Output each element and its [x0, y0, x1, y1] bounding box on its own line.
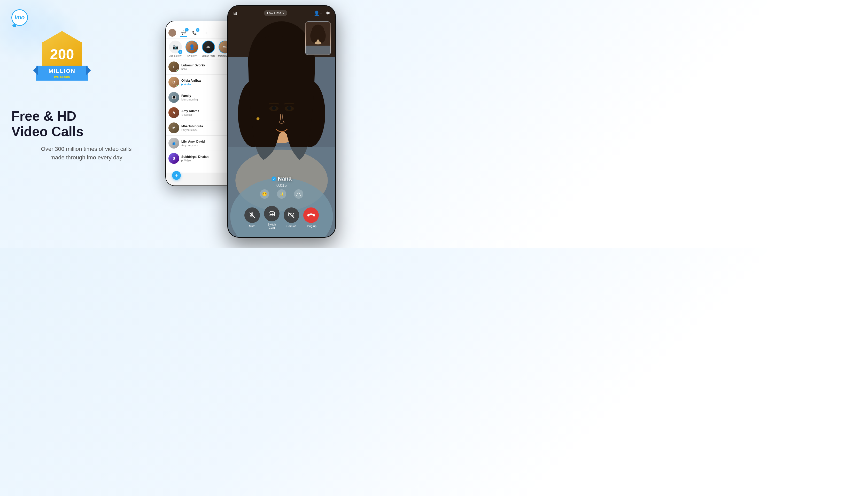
hang-up-button[interactable]: Hang up [303, 207, 319, 228]
story-add-label: Add a Story [168, 55, 182, 57]
avatar: O [168, 77, 179, 88]
top-bar-left: ⊞ [233, 10, 237, 16]
mute-label: Mute [249, 224, 255, 228]
mute-button[interactable]: Mute [244, 207, 260, 228]
chat-preview: I'm yours.mp3 [181, 129, 234, 131]
avatar: L [168, 61, 179, 72]
avatar: 👨‍👩‍👦 [168, 92, 179, 103]
logo-area: imo [11, 9, 28, 26]
chat-info: Lubomír Dvořák hello [181, 64, 234, 71]
bluetooth-icon[interactable]: ✱ [326, 10, 330, 16]
chat-info: Mbe Tshinguta I'm yours.mp3 [181, 125, 234, 131]
grid-icon[interactable]: ⊞ [233, 10, 237, 16]
switch-cam-icon [268, 210, 275, 217]
online-indicator [176, 69, 179, 72]
badge-million: MILLION [39, 68, 85, 74]
call-name-text: Nana [278, 175, 292, 182]
phone2-body: ⊞ Low Data ∨ 👤+ ✱ [227, 5, 336, 238]
compose-button[interactable]: + [172, 171, 181, 180]
add-person-icon[interactable]: 👤+ [314, 10, 322, 16]
online-indicator [176, 85, 179, 87]
preview-text: Video [184, 159, 191, 162]
svg-point-17 [310, 29, 318, 43]
video-icon: ▶ [181, 159, 183, 162]
chat-info: Amy Adams ⊙ Sticker [181, 109, 234, 116]
logo-bubble [12, 24, 16, 27]
chat-info: Lily, Amy, David Amy: very nice [181, 140, 234, 147]
chat-preview: Mom: morning [181, 98, 234, 101]
top-bar-right: 👤+ ✱ [314, 10, 330, 16]
svg-rect-19 [306, 46, 330, 55]
svg-point-12 [257, 117, 260, 120]
audio-icon: ▶ [181, 83, 183, 86]
tab-calls[interactable]: 📞 9 [191, 29, 198, 36]
call-person-name: ✓ Nana [272, 175, 292, 182]
low-data-label: Low Data [267, 11, 281, 15]
mute-btn-circle [244, 207, 260, 223]
chat-name: Mbe Tshinguta [181, 125, 234, 128]
chevron-down-icon: ∨ [282, 12, 284, 14]
chat-info: Sukhbirpal Dhalan ▶ Video [181, 155, 234, 162]
badge-subtitle: IMO UESRS [39, 75, 85, 79]
chat-name: Lily, Amy, David [181, 140, 234, 143]
story-add-item[interactable]: 📷 + Add a Story [168, 41, 182, 57]
chat-name: Sukhbirpal Dhalan [181, 155, 234, 159]
hang-up-icon [307, 212, 315, 219]
subtext: Over 300 million times of video callsmad… [11, 145, 161, 162]
call-info-overlay: ✓ Nana 00:15 [228, 175, 335, 188]
story-my-label: My Story [185, 55, 199, 57]
call-duration: 00:15 [276, 183, 287, 188]
chat-preview: Amy: very nice [181, 144, 234, 147]
plus-icon: + [175, 173, 178, 179]
chat-name: Olivia Arribas [181, 79, 234, 82]
headline-line1: Free & HD [11, 108, 161, 124]
chat-info: Family Mom: morning [181, 94, 234, 101]
avatar: 👥 [168, 138, 179, 149]
effects-icon[interactable]: ✨ [277, 189, 286, 199]
chat-preview: ▶ Video [181, 159, 234, 162]
cam-off-button[interactable]: Cam off [284, 207, 299, 228]
chat-preview: hello [181, 68, 234, 71]
tab-avatar[interactable] [168, 29, 176, 37]
mute-icon [249, 212, 255, 218]
story-my-face: 👤 [186, 41, 198, 53]
logo-text: imo [14, 14, 25, 21]
chat-preview: ▶ Audio [181, 83, 234, 86]
story-jordan-label: Jordan Ntolo [202, 55, 215, 57]
chat-preview: ⊙ Sticker [181, 113, 234, 116]
story-my-avatar: 👤 [185, 41, 198, 53]
story-jordan-face: JN [203, 41, 214, 53]
headline-line2: Video Calls [11, 124, 161, 140]
svg-point-18 [318, 29, 326, 43]
badge-number: 200 [50, 47, 74, 61]
switch-cam-label: SwitchCam [268, 223, 276, 229]
top-bar-center[interactable]: Low Data ∨ [264, 10, 287, 16]
main-text-area: Free & HD Video Calls Over 300 million t… [11, 108, 161, 162]
switch-cam-btn-circle [264, 206, 280, 221]
tab-badge-calls: 9 [196, 28, 199, 32]
slash-icon[interactable]: ╱╲ [294, 189, 303, 199]
svg-point-11 [287, 106, 291, 110]
chat-name: Amy Adams [181, 109, 234, 113]
cam-off-label: Cam off [286, 224, 296, 228]
pip-self-view[interactable] [305, 21, 331, 55]
story-jordan-avatar: JN [202, 41, 215, 53]
pip-video-feed [306, 22, 330, 55]
logo-circle: imo [11, 9, 28, 26]
emoji-icon[interactable]: 😊 [260, 189, 269, 199]
tab-more[interactable]: ⊞ [202, 29, 209, 36]
hang-up-label: Hang up [306, 224, 316, 228]
switch-cam-button[interactable]: SwitchCam [264, 206, 280, 229]
story-my-story[interactable]: 👤 My Story [185, 41, 199, 57]
phone2-screen: ⊞ Low Data ∨ 👤+ ✱ [228, 6, 335, 237]
story-jordan[interactable]: JN Jordan Ntolo [202, 41, 215, 57]
tab-chats[interactable]: 💬 4 [180, 29, 187, 37]
avatar: S [168, 153, 179, 164]
preview-text: Audio [184, 83, 191, 86]
chat-name: Family [181, 94, 234, 98]
svg-point-10 [272, 106, 276, 110]
badge-area: 200 MILLION IMO UESRS [36, 31, 88, 88]
tab-badge-chats: 4 [185, 28, 189, 32]
call-buttons: Mute SwitchCam [228, 206, 335, 229]
badge-hexagon-container: 200 MILLION IMO UESRS [36, 31, 88, 88]
